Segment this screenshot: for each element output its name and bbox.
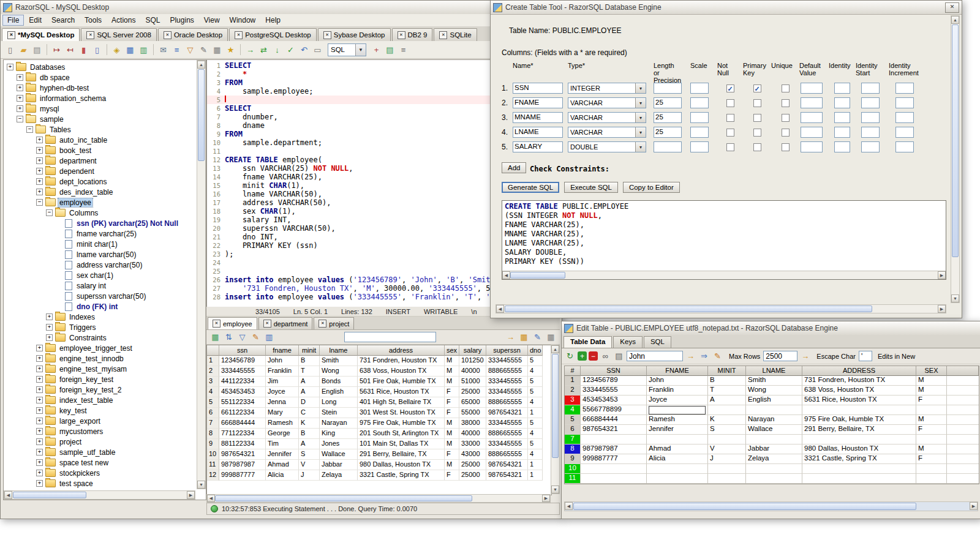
- expand-icon[interactable]: +: [36, 449, 43, 456]
- column-type-select[interactable]: VARCHAR▾: [568, 97, 646, 108]
- scrollbar-thumb[interactable]: [215, 495, 472, 501]
- form-icon[interactable]: ▭: [312, 44, 323, 56]
- cell[interactable]: F: [445, 449, 459, 460]
- tree-item[interactable]: −Tables: [4, 124, 196, 135]
- cell[interactable]: [708, 405, 746, 415]
- cell[interactable]: [581, 435, 647, 444]
- scrollbar-thumb[interactable]: [13, 492, 86, 498]
- unique-checkbox[interactable]: [782, 84, 790, 92]
- scale-input[interactable]: [690, 83, 709, 94]
- close-tab-icon[interactable]: ✕: [439, 31, 447, 39]
- new-editor-icon[interactable]: ▤: [384, 44, 396, 56]
- add-column-button[interactable]: Add: [502, 162, 526, 173]
- default-value-input[interactable]: [801, 112, 823, 123]
- expand-icon[interactable]: +: [36, 428, 43, 435]
- expand-icon[interactable]: +: [36, 470, 43, 476]
- cell[interactable]: [916, 435, 947, 444]
- cell[interactable]: 301 West St. Houston TX: [358, 408, 445, 418]
- column-header[interactable]: fname: [266, 345, 299, 356]
- table-row[interactable]: 8987987987AhmadVJabbar980 Dallas, Housto…: [565, 444, 979, 454]
- close-tab-icon[interactable]: ✕: [164, 31, 172, 39]
- next-page-icon[interactable]: →: [505, 331, 516, 343]
- cell[interactable]: Jim: [266, 377, 299, 387]
- cell[interactable]: F: [916, 396, 947, 405]
- identity-increment-input[interactable]: [895, 127, 914, 138]
- save-edits-icon[interactable]: ▤: [613, 350, 625, 362]
- table-row[interactable]: 9999887777AliciaJZelaya3321 Castle, Spri…: [565, 454, 979, 464]
- cell[interactable]: A: [708, 396, 746, 405]
- search-next-icon[interactable]: ⇒: [698, 350, 710, 362]
- default-value-input[interactable]: [801, 97, 823, 108]
- cell[interactable]: V: [299, 460, 320, 470]
- menu-plugins[interactable]: Plugins: [165, 15, 198, 26]
- cell[interactable]: [802, 405, 916, 415]
- primary-key-checkbox[interactable]: ✓: [753, 84, 761, 92]
- cell[interactable]: T: [299, 366, 320, 377]
- search-input[interactable]: [627, 351, 683, 361]
- cell[interactable]: 1: [528, 460, 543, 470]
- collapse-icon[interactable]: −: [36, 199, 43, 206]
- cell[interactable]: Franklin: [647, 386, 708, 396]
- cell[interactable]: Joyce: [266, 387, 299, 397]
- default-value-input[interactable]: [801, 127, 823, 138]
- cell[interactable]: 731 Fondren, Houston TX: [802, 376, 916, 386]
- tree-item[interactable]: +Databases: [4, 62, 196, 72]
- cell[interactable]: Wallace: [320, 449, 358, 460]
- menu-search[interactable]: Search: [47, 15, 80, 26]
- edit-cell-icon[interactable]: ✎: [712, 350, 723, 362]
- tree-item[interactable]: −employee: [4, 197, 196, 208]
- tree-item[interactable]: dno (FK) int: [4, 301, 196, 312]
- cell[interactable]: John: [266, 356, 299, 366]
- unique-checkbox[interactable]: [782, 99, 790, 107]
- identity-increment-input[interactable]: [895, 112, 914, 123]
- expand-icon[interactable]: +: [36, 376, 43, 383]
- cell[interactable]: King: [320, 429, 358, 439]
- cell[interactable]: Zelaya: [320, 470, 358, 481]
- row-number[interactable]: 2: [565, 386, 581, 396]
- cell[interactable]: M: [445, 429, 459, 439]
- scrollbar-thumb[interactable]: [573, 503, 916, 510]
- cell[interactable]: 401 High St, Bellaire TX: [358, 397, 445, 408]
- chevron-down-icon[interactable]: ▾: [635, 142, 646, 152]
- tab-table-data[interactable]: Table Data: [564, 336, 612, 348]
- menu-sql[interactable]: SQL: [140, 15, 165, 26]
- check-sql-icon[interactable]: ✓: [285, 44, 296, 56]
- cell[interactable]: Jabbar: [320, 460, 358, 470]
- cell[interactable]: [746, 474, 802, 484]
- cell[interactable]: 987654321: [486, 408, 528, 418]
- title-bar[interactable]: Edit Table - PUBLIC.EMPLOYEE utf8_notepa…: [562, 321, 980, 336]
- cell[interactable]: 3321 Castle, Spring TX: [358, 470, 445, 481]
- cell[interactable]: 987987987: [219, 460, 266, 470]
- close-button[interactable]: ✕: [945, 2, 959, 13]
- cell[interactable]: M: [916, 415, 947, 425]
- mail-icon[interactable]: ✉: [157, 44, 169, 56]
- cell[interactable]: J: [299, 470, 320, 481]
- identity-increment-input[interactable]: [895, 141, 914, 152]
- tree-item[interactable]: +Constraints: [4, 332, 196, 343]
- identity-increment-input[interactable]: [895, 83, 914, 94]
- scale-input[interactable]: [690, 127, 709, 138]
- cell[interactable]: 51000: [459, 377, 486, 387]
- max-rows-go-icon[interactable]: →: [799, 350, 811, 362]
- cell[interactable]: 333445555: [486, 356, 528, 366]
- generate-sql-button[interactable]: Generate SQL: [502, 182, 559, 193]
- column-name-input[interactable]: MNAME: [513, 112, 563, 123]
- window-vertical-scrollbar[interactable]: ▲ ▼: [951, 15, 960, 303]
- connection-tab[interactable]: ✕SQLite: [434, 28, 477, 41]
- filter-results-icon[interactable]: ▽: [236, 331, 248, 343]
- not-null-checkbox[interactable]: ✓: [726, 84, 734, 92]
- column-header[interactable]: SEX: [916, 366, 947, 376]
- results-search-input[interactable]: [344, 332, 436, 342]
- cell[interactable]: 638 Voss, Houston TX: [802, 386, 916, 396]
- expand-icon[interactable]: +: [36, 157, 43, 164]
- identity-input[interactable]: [834, 141, 850, 152]
- cell-editor[interactable]: [649, 406, 706, 414]
- cell[interactable]: 441122334: [219, 377, 266, 387]
- cell[interactable]: 40000: [459, 366, 486, 377]
- column-header[interactable]: FNAME: [647, 366, 708, 376]
- column-type-select[interactable]: VARCHAR▾: [568, 127, 646, 138]
- cell[interactable]: M: [445, 366, 459, 377]
- tree-item[interactable]: salary int: [4, 280, 196, 291]
- cell[interactable]: M: [445, 439, 459, 449]
- results-horizontal-scrollbar[interactable]: ◀ ▶: [206, 494, 551, 503]
